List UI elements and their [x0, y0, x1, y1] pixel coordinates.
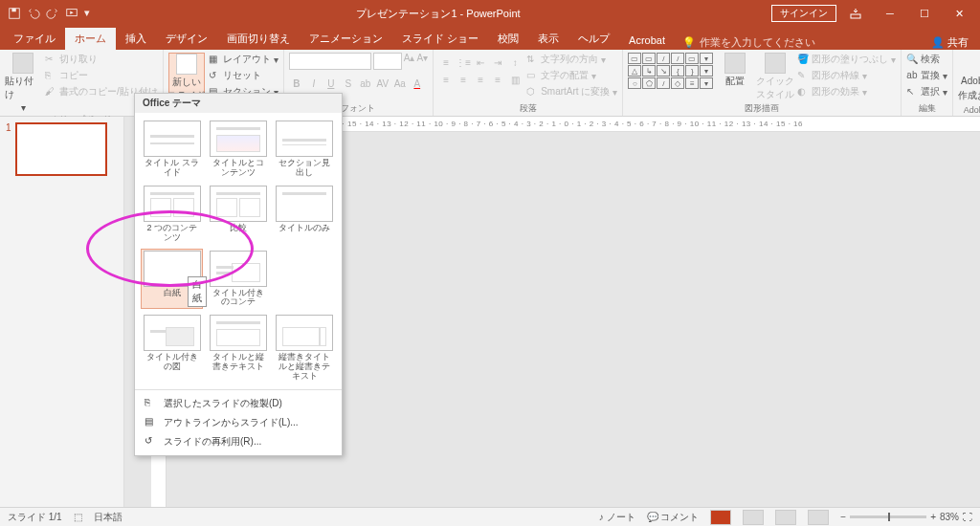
case-button[interactable]: Aa — [392, 76, 408, 91]
shape-outline-button[interactable]: ✎図形の枠線 ▾ — [797, 69, 896, 82]
font-color-button[interactable]: A — [410, 76, 425, 91]
signin-button[interactable]: サインイン — [771, 5, 836, 22]
font-size-input[interactable] — [373, 53, 402, 70]
zoom-slider[interactable] — [850, 515, 926, 518]
tab-insert[interactable]: 挿入 — [116, 28, 156, 50]
ribbon-options-icon[interactable] — [840, 4, 871, 23]
slide-thumbnail-1[interactable]: 1 — [6, 122, 118, 176]
bullets-icon[interactable]: ≡ — [438, 55, 454, 70]
grow-font-icon[interactable]: A▴ — [404, 53, 415, 70]
reset-button[interactable]: ↺リセット — [209, 69, 278, 82]
numbering-icon[interactable]: ⋮≡ — [456, 55, 471, 70]
share-button[interactable]: 👤 共有 — [931, 35, 980, 50]
layout-vtitle-vtext[interactable]: 縦書きタイトルと縦書きテキスト — [274, 313, 336, 384]
layout-title-slide[interactable]: タイトル スライド — [141, 119, 203, 180]
text-direction-icon: ⇅ — [526, 54, 538, 65]
group-drawing: ▭▭//▭▾ △↳↘{}▾ ○⬠/◇≡▾ 配置 クイック スタイル 🪣図形の塗り… — [623, 50, 902, 116]
layout-blank[interactable]: 白紙白紙 — [141, 249, 203, 310]
shrink-font-icon[interactable]: A▾ — [416, 53, 428, 70]
replace-icon: ab — [906, 70, 918, 81]
align-left-icon[interactable]: ≡ — [438, 72, 454, 87]
layout-comparison[interactable]: 比較 — [207, 184, 269, 245]
bold-button[interactable]: B — [289, 76, 304, 91]
undo-icon[interactable] — [27, 7, 40, 20]
scissors-icon: ✂ — [45, 54, 56, 65]
shadow-button[interactable]: ab — [358, 76, 373, 91]
underline-button[interactable]: U — [323, 76, 339, 91]
normal-view-button[interactable] — [710, 510, 731, 525]
layout-two-content[interactable]: 2 つのコンテンツ — [141, 184, 203, 245]
layout-content-caption[interactable]: タイトル付きのコンテ — [207, 249, 269, 310]
duplicate-slides-menuitem[interactable]: ⎘選択したスライドの複製(D) — [137, 394, 340, 413]
zoom-out-icon[interactable]: − — [840, 512, 846, 522]
tab-home[interactable]: ホーム — [65, 28, 116, 50]
italic-button[interactable]: I — [306, 76, 322, 91]
quick-styles-button[interactable]: クイック スタイル — [757, 53, 793, 101]
spacing-button[interactable]: AV — [375, 76, 390, 91]
close-button[interactable]: ✕ — [944, 4, 974, 23]
tab-view[interactable]: 表示 — [528, 28, 568, 50]
tab-animations[interactable]: アニメーション — [300, 28, 392, 50]
fit-window-icon[interactable]: ⛶ — [963, 512, 972, 522]
tab-slideshow[interactable]: スライド ショー — [392, 28, 488, 50]
linespacing-icon[interactable]: ↕ — [507, 55, 523, 70]
zoom-percent[interactable]: 83% — [940, 512, 959, 522]
slide-thumbnail-pane[interactable]: 1 — [0, 117, 124, 511]
zoom-control[interactable]: − + 83% ⛶ — [840, 512, 972, 522]
notes-button[interactable]: ♪ ノート — [599, 511, 635, 524]
maximize-button[interactable]: ☐ — [909, 4, 940, 23]
zoom-in-icon[interactable]: + — [930, 512, 936, 522]
find-button[interactable]: 🔍検索 — [906, 53, 940, 66]
shape-fill-button[interactable]: 🪣図形の塗りつぶし ▾ — [797, 53, 896, 66]
start-slideshow-icon[interactable] — [65, 7, 78, 20]
layout-pic-caption[interactable]: タイトル付きの図 — [141, 313, 203, 384]
reading-view-button[interactable] — [775, 510, 796, 525]
save-icon[interactable] — [8, 7, 21, 20]
slideshow-view-button[interactable] — [808, 510, 829, 525]
paste-button[interactable]: 貼り付け ▾ — [5, 53, 41, 113]
comments-button[interactable]: 💬 コメント — [647, 511, 700, 524]
slide-counter[interactable]: スライド 1/1 — [8, 511, 62, 524]
layout-title-vtext[interactable]: タイトルと縦書きテキスト — [207, 313, 269, 384]
columns-icon[interactable]: ▥ — [507, 72, 523, 87]
outdent-icon[interactable]: ⇤ — [473, 55, 488, 70]
select-button[interactable]: ↖選択 ▾ — [906, 85, 947, 99]
create-pdf-button[interactable]: Adobe PDF の 作成および共有 — [958, 53, 980, 102]
language-indicator[interactable]: 日本語 — [94, 511, 122, 524]
layout-section-header[interactable]: セクション見出し — [274, 119, 336, 180]
strike-button[interactable]: S — [341, 76, 356, 91]
layout-title-content[interactable]: タイトルとコンテンツ — [207, 119, 269, 180]
arrange-button[interactable]: 配置 — [717, 53, 753, 88]
cut-button[interactable]: ✂切り取り — [45, 53, 158, 66]
sorter-view-button[interactable] — [743, 510, 764, 525]
tab-file[interactable]: ファイル — [4, 28, 65, 50]
font-name-input[interactable] — [289, 53, 371, 70]
tell-me[interactable]: 💡 作業を入力してください — [682, 35, 815, 50]
tab-design[interactable]: デザイン — [156, 28, 217, 50]
slides-from-outline-menuitem[interactable]: ▤アウトラインからスライド(L)... — [137, 413, 340, 432]
shape-effects-button[interactable]: ◐図形の効果 ▾ — [797, 85, 896, 99]
text-direction-button[interactable]: ⇅文字列の方向 ▾ — [526, 53, 617, 66]
status-bar: スライド 1/1 ⬚ 日本語 ♪ ノート 💬 コメント − + 83% ⛶ — [0, 507, 980, 526]
align-right-icon[interactable]: ≡ — [473, 72, 488, 87]
indent-icon[interactable]: ⇥ — [490, 55, 505, 70]
layout-button[interactable]: ▦レイアウト ▾ — [209, 53, 278, 66]
justify-icon[interactable]: ≡ — [490, 72, 505, 87]
reuse-slides-menuitem[interactable]: ↺スライドの再利用(R)... — [137, 432, 340, 451]
redo-icon[interactable] — [46, 7, 59, 20]
tab-acrobat[interactable]: Acrobat — [619, 31, 675, 50]
replace-button[interactable]: ab置換 ▾ — [906, 69, 947, 82]
shapes-gallery[interactable]: ▭▭//▭▾ △↳↘{}▾ ○⬠/◇≡▾ — [628, 53, 713, 89]
qat-dropdown-icon[interactable]: ▾ — [84, 7, 98, 20]
align-text-button[interactable]: ▭文字の配置 ▾ — [526, 69, 617, 82]
minimize-button[interactable]: ─ — [875, 4, 905, 23]
layout-title-only[interactable]: タイトルのみ — [274, 184, 336, 245]
spellcheck-icon[interactable]: ⬚ — [74, 512, 82, 522]
tab-review[interactable]: 校閲 — [488, 28, 528, 50]
tab-transitions[interactable]: 画面切り替え — [217, 28, 300, 50]
smartart-button[interactable]: ⬡SmartArt に変換 ▾ — [526, 85, 617, 99]
copy-button[interactable]: ⎘コピー — [45, 69, 158, 82]
align-center-icon[interactable]: ≡ — [456, 72, 471, 87]
tell-me-label: 作業を入力してください — [700, 35, 815, 50]
tab-help[interactable]: ヘルプ — [568, 28, 619, 50]
